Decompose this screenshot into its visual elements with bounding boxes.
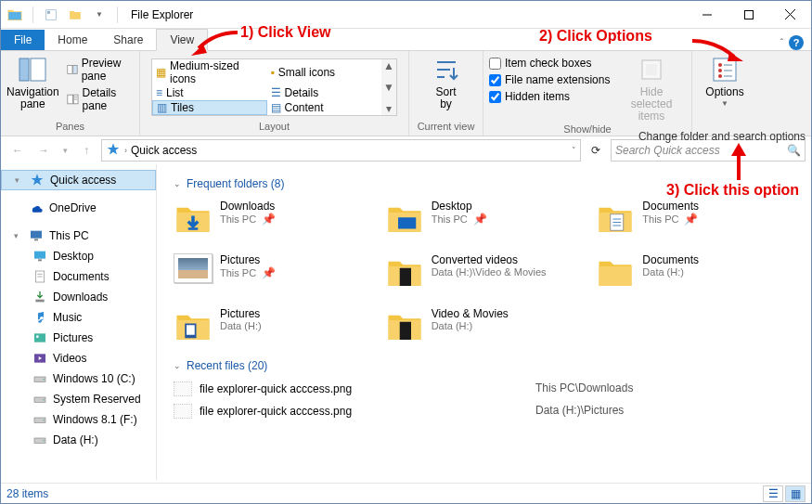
layout-content[interactable]: ▤Content <box>267 100 382 115</box>
tab-file[interactable]: File <box>1 30 45 50</box>
sidebar-item[interactable]: Documents <box>1 266 156 287</box>
options-button[interactable]: Options ▼ <box>698 53 752 109</box>
collapse-ribbon-icon[interactable]: ˆ <box>780 38 783 48</box>
folder-icon <box>596 253 635 292</box>
file-icon <box>174 381 192 396</box>
sidebar-item[interactable]: Downloads <box>1 287 156 307</box>
item-checkboxes-toggle[interactable]: Item check boxes <box>489 56 619 71</box>
folder-tile[interactable]: Downloads This PC 📌 <box>174 200 376 239</box>
close-button[interactable] <box>769 1 811 28</box>
qat-dropdown-icon[interactable]: ▼ <box>89 5 110 25</box>
svg-rect-0 <box>8 12 21 19</box>
tile-location: Data (H:) <box>642 266 699 278</box>
sidebar-item[interactable]: System Reserved <box>1 389 156 409</box>
folder-tile[interactable]: Pictures This PC 📌 <box>174 253 376 292</box>
svg-rect-45 <box>398 217 416 228</box>
svg-point-38 <box>43 379 44 380</box>
folder-tile[interactable]: Desktop This PC 📌 <box>385 200 587 239</box>
tile-location: This PC 📌 <box>642 213 699 226</box>
minimize-button[interactable] <box>686 1 728 28</box>
svg-rect-9 <box>67 66 71 74</box>
qat-properties-icon[interactable] <box>41 5 61 25</box>
folder-icon <box>385 307 424 346</box>
address-bar[interactable]: › Quick access ˅ <box>101 139 581 162</box>
layout-details[interactable]: ☰Details <box>267 85 382 100</box>
help-button[interactable]: ? <box>789 35 804 50</box>
recent-files-header[interactable]: ⌄Recent files (20) <box>174 359 798 372</box>
ribbon: Navigation pane Preview pane Details pan… <box>1 51 811 136</box>
svg-rect-28 <box>34 252 45 259</box>
group-layout-label: Layout <box>146 121 403 134</box>
refresh-button[interactable]: ⟳ <box>585 139 607 162</box>
preview-pane-button[interactable]: Preview pane <box>65 56 134 84</box>
sidebar-item[interactable]: Pictures <box>1 328 156 348</box>
sidebar-item[interactable]: Windows 10 (C:) <box>1 368 156 389</box>
content-pane[interactable]: ⌄Frequent folders (8) Downloads This PC … <box>157 164 811 480</box>
layout-scroll[interactable]: ▲▼▾ <box>381 59 396 115</box>
nav-sidebar[interactable]: ▾Quick access OneDrive ▾This PC DesktopD… <box>1 164 157 480</box>
folder-icon <box>596 200 635 239</box>
qat-new-folder-icon[interactable] <box>65 5 85 25</box>
layout-tiles[interactable]: ▥Tiles <box>152 100 267 115</box>
file-extensions-toggle[interactable]: File name extensions <box>489 72 619 87</box>
address-location[interactable]: Quick access <box>131 144 197 157</box>
sort-by-button[interactable]: Sort by <box>419 53 473 110</box>
folder-tile[interactable]: Pictures Data (H:) <box>174 307 376 346</box>
tile-name: Documents <box>642 200 699 213</box>
sidebar-this-pc[interactable]: ▾This PC <box>1 226 156 246</box>
svg-rect-4 <box>744 10 753 19</box>
tab-home[interactable]: Home <box>45 30 100 50</box>
folder-tile[interactable]: Documents Data (H:) <box>596 253 798 292</box>
sidebar-item[interactable]: Data (H:) <box>1 430 156 450</box>
layout-list[interactable]: ≡List <box>152 85 267 100</box>
sidebar-item[interactable]: Music <box>1 307 156 328</box>
folder-tile[interactable]: Documents This PC 📌 <box>596 200 798 239</box>
search-icon[interactable]: 🔍 <box>787 144 801 157</box>
tab-share[interactable]: Share <box>100 30 156 50</box>
sidebar-item[interactable]: Videos <box>1 348 156 368</box>
hide-selected-button: Hide selected items <box>625 53 678 123</box>
view-details-button[interactable]: ☰ <box>763 485 783 502</box>
tab-view[interactable]: View <box>156 29 208 51</box>
sidebar-item[interactable]: Windows 8.1 (F:) <box>1 409 156 430</box>
layout-medium-icons[interactable]: ▦Medium-sized icons <box>152 59 267 85</box>
layout-small-icons[interactable]: ▪Small icons <box>267 59 382 85</box>
sidebar-item[interactable]: Desktop <box>1 246 156 266</box>
pin-icon: 📌 <box>262 213 276 226</box>
nav-back-button[interactable]: ← <box>6 139 29 162</box>
separator <box>32 6 33 23</box>
details-pane-button[interactable]: Details pane <box>65 85 134 113</box>
view-tiles-button[interactable]: ▦ <box>785 485 806 502</box>
folder-tile[interactable]: Converted videos Data (H:)\Video & Movie… <box>385 253 587 292</box>
svg-rect-26 <box>31 231 42 239</box>
layout-gallery[interactable]: ▦Medium-sized icons ▪Small icons ▲▼▾ ≡Li… <box>151 58 397 116</box>
tile-location: This PC 📌 <box>220 266 276 279</box>
svg-point-40 <box>43 399 44 400</box>
pin-icon: 📌 <box>684 213 698 226</box>
nav-up-button[interactable]: ↑ <box>75 139 97 162</box>
sidebar-quick-access[interactable]: ▾Quick access <box>1 170 156 190</box>
tile-name: Converted videos <box>432 253 547 266</box>
maximize-button[interactable] <box>728 1 769 28</box>
recent-file-location: Data (H:)\Pictures <box>535 404 798 419</box>
tile-location: Data (H:) <box>432 320 509 331</box>
svg-point-44 <box>43 440 44 441</box>
folder-tile[interactable]: Video & Movies Data (H:) <box>385 307 587 346</box>
navigation-pane-button[interactable]: Navigation pane <box>6 53 59 110</box>
pin-icon: 📌 <box>473 213 487 226</box>
window-controls <box>686 1 811 28</box>
svg-rect-51 <box>399 268 410 286</box>
svg-rect-33 <box>35 300 44 303</box>
svg-point-35 <box>36 335 39 338</box>
recent-file[interactable]: file explorer-quick acccess.png <box>174 381 535 396</box>
svg-point-20 <box>718 63 722 67</box>
frequent-folders-header[interactable]: ⌄Frequent folders (8) <box>174 177 798 190</box>
nav-recent-dropdown[interactable]: ▾ <box>58 139 71 162</box>
sidebar-onedrive[interactable]: OneDrive <box>1 198 156 218</box>
tile-location: This PC 📌 <box>220 213 276 226</box>
recent-file[interactable]: file explorer-quick acccess.png <box>174 404 535 419</box>
hidden-items-toggle[interactable]: Hidden items <box>489 89 619 104</box>
address-dropdown-icon[interactable]: ˅ <box>572 146 576 155</box>
nav-forward-button[interactable]: → <box>32 139 55 162</box>
group-currentview-label: Current view <box>415 121 477 134</box>
